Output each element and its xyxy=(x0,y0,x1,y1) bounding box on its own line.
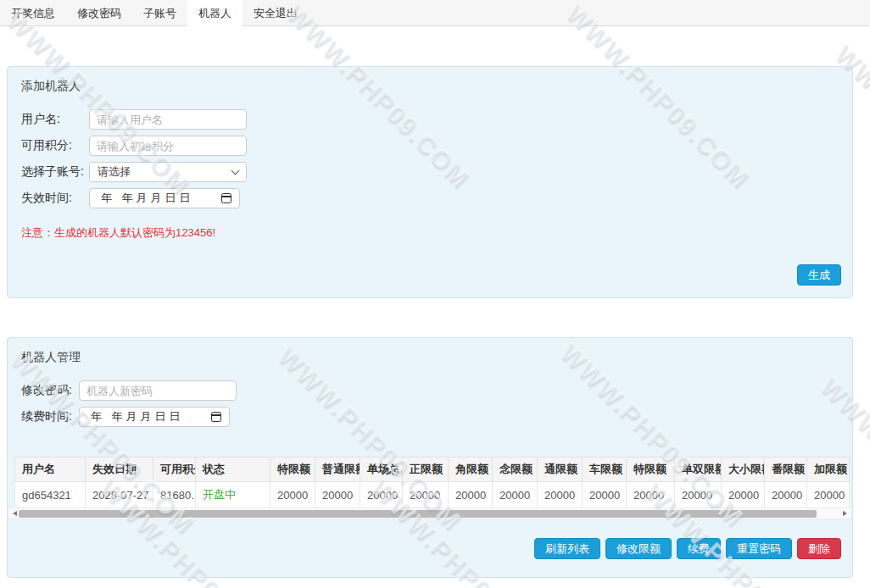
table-header-cell: 用户名 xyxy=(15,458,86,482)
table-header-cell: 可用积分 xyxy=(153,458,196,482)
table-actions: 刷新列表 修改限额 续费 重置密码 删除 xyxy=(534,538,841,559)
table-header-cell: 单场总... xyxy=(360,458,403,482)
table-header-cell: 正限额 xyxy=(403,458,449,482)
table-cell: 20000 xyxy=(722,482,765,508)
username-input[interactable] xyxy=(89,109,247,130)
table-cell: 20000 xyxy=(627,482,675,508)
table-cell: 20000 xyxy=(538,482,583,508)
table-header-cell: 加限额 xyxy=(807,458,850,482)
points-label: 可用积分: xyxy=(21,138,89,153)
add-robot-panel: 添加机器人 用户名: 可用积分: 选择子账号: 请选择 失效时间: 年 年月月日… xyxy=(7,66,853,298)
scroll-left-arrow-icon[interactable] xyxy=(8,508,19,519)
tab-robot[interactable]: 机器人 xyxy=(187,0,243,29)
table-header-cell: 通限额 xyxy=(538,458,583,482)
expire-date-value: 年 年月月日日 xyxy=(101,191,194,206)
table-cell: 20000 xyxy=(583,482,627,508)
table-header-cell: 特限额 xyxy=(627,458,675,482)
robot-table-head-row: 用户名失效日期可用积分状态特限额普通限额单场总...正限额角限额念限额通限额车限… xyxy=(15,458,850,482)
points-input[interactable] xyxy=(89,136,247,156)
reset-password-button[interactable]: 重置密码 xyxy=(726,538,792,559)
delete-button[interactable]: 删除 xyxy=(797,538,841,559)
generate-button[interactable]: 生成 xyxy=(797,264,841,286)
table-cell: 20000 xyxy=(765,482,807,508)
table-cell: 20000 xyxy=(807,482,850,508)
refresh-list-button[interactable]: 刷新列表 xyxy=(534,538,600,559)
subaccount-selected-value: 请选择 xyxy=(98,164,131,180)
new-password-input[interactable] xyxy=(79,380,237,401)
robot-manage-panel: 机器人管理 修改密码: 续费时间: 年 年月月日日 用户名失效日期可用积分状态特… xyxy=(7,337,853,578)
table-cell: 20000 xyxy=(493,482,538,508)
scrollbar-thumb[interactable] xyxy=(19,510,817,518)
default-password-note: 注意：生成的机器人默认密码为123456! xyxy=(21,225,839,241)
renew-date-value: 年 年月月日日 xyxy=(91,409,184,424)
table-header-cell: 特限额 xyxy=(270,458,315,482)
table-row[interactable]: gd6543212028-07-2781680...开盘中20000200002… xyxy=(15,482,850,508)
calendar-icon xyxy=(221,193,231,203)
table-cell: 20000 xyxy=(315,482,360,508)
table-cell: 2028-07-27 xyxy=(86,482,153,508)
tab-sub-account[interactable]: 子账号 xyxy=(132,0,187,25)
table-cell: 20000 xyxy=(403,482,449,508)
scrollbar-track[interactable] xyxy=(19,508,841,519)
tab-lottery-info[interactable]: 开奖信息 xyxy=(0,0,66,25)
renew-button[interactable]: 续费 xyxy=(677,538,721,559)
table-header-cell: 大小限额 xyxy=(722,458,765,482)
table-horizontal-scrollbar[interactable] xyxy=(8,508,852,519)
add-robot-title: 添加机器人 xyxy=(21,79,839,94)
table-cell: 20000 xyxy=(449,482,493,508)
top-nav: 开奖信息 修改密码 子账号 机器人 安全退出 xyxy=(0,0,870,26)
modify-limit-button[interactable]: 修改限额 xyxy=(605,538,672,559)
table-header-cell: 番限额 xyxy=(765,458,807,482)
table-header-cell: 普通限额 xyxy=(315,458,360,482)
subaccount-select[interactable]: 请选择 xyxy=(89,162,247,182)
table-header-cell: 单双限额 xyxy=(675,458,722,482)
robot-table-wrap: 用户名失效日期可用积分状态特限额普通限额单场总...正限额角限额念限额通限额车限… xyxy=(14,457,845,519)
chevron-down-icon xyxy=(231,166,240,175)
table-cell: 20000 xyxy=(360,482,403,508)
scroll-right-arrow-icon[interactable] xyxy=(841,508,851,519)
expire-date-input[interactable]: 年 年月月日日 xyxy=(89,188,240,208)
new-password-label: 修改密码: xyxy=(21,383,79,398)
table-cell: gd654321 xyxy=(15,482,86,508)
username-label: 用户名: xyxy=(21,112,89,127)
table-cell: 20000 xyxy=(270,482,315,508)
subaccount-label: 选择子账号: xyxy=(21,164,89,180)
robot-table: 用户名失效日期可用积分状态特限额普通限额单场总...正限额角限额念限额通限额车限… xyxy=(14,457,850,508)
table-header-cell: 角限额 xyxy=(449,458,493,482)
table-header-cell: 念限额 xyxy=(493,458,538,482)
table-header-cell: 状态 xyxy=(196,458,270,482)
robot-manage-title: 机器人管理 xyxy=(21,350,839,365)
tab-logout[interactable]: 安全退出 xyxy=(243,0,309,25)
table-cell: 20000 xyxy=(675,482,722,508)
renew-date-label: 续费时间: xyxy=(21,409,79,424)
table-header-cell: 失效日期 xyxy=(86,458,153,482)
table-cell: 81680... xyxy=(153,482,196,508)
tab-change-password[interactable]: 修改密码 xyxy=(66,0,132,25)
renew-date-input[interactable]: 年 年月月日日 xyxy=(79,407,230,427)
table-header-cell: 车限额 xyxy=(583,458,627,482)
robot-table-body: gd6543212028-07-2781680...开盘中20000200002… xyxy=(15,482,850,508)
calendar-icon xyxy=(211,412,221,422)
status-cell: 开盘中 xyxy=(196,482,270,508)
expire-label: 失效时间: xyxy=(21,191,89,206)
